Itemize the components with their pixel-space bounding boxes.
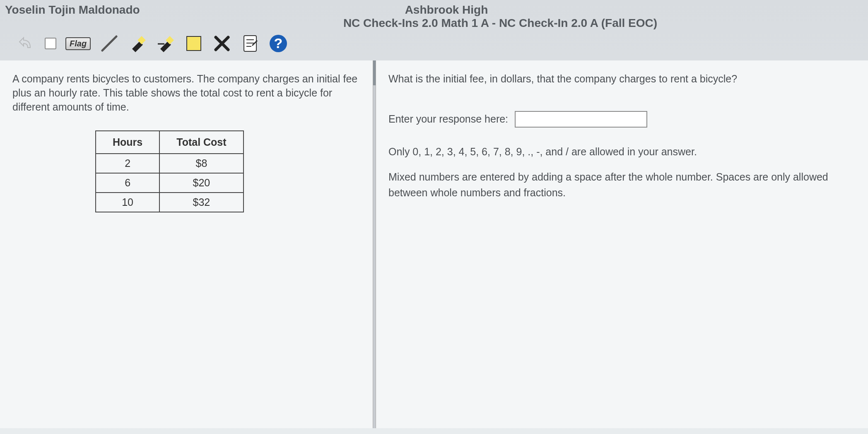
response-label: Enter your response here: <box>388 113 508 125</box>
content-area: A company rents bicycles to customers. T… <box>0 60 868 428</box>
toolbar: Flag ? <box>0 31 868 57</box>
item-checkbox[interactable] <box>45 38 56 49</box>
sticky-note-icon[interactable] <box>184 34 203 53</box>
svg-text:?: ? <box>274 35 283 51</box>
svg-rect-3 <box>187 36 201 51</box>
table-row: 2 $8 <box>96 154 244 173</box>
table-header-row: Hours Total Cost <box>96 131 244 154</box>
highlighter-icon[interactable] <box>128 34 147 53</box>
highlighter-remove-icon[interactable] <box>156 34 175 53</box>
input-hint: Only 0, 1, 2, 3, 4, 5, 6, 7, 8, 9, ., -,… <box>388 144 856 160</box>
panel-divider[interactable] <box>373 60 376 428</box>
undo-icon[interactable] <box>17 34 36 53</box>
flag-button[interactable]: Flag <box>65 37 91 50</box>
help-icon[interactable]: ? <box>269 34 288 53</box>
stimulus-text: A company rents bicycles to customers. T… <box>12 72 360 114</box>
school-name: Ashbrook High <box>405 3 488 17</box>
clear-x-icon[interactable] <box>212 34 231 53</box>
pencil-icon[interactable] <box>100 34 119 53</box>
table-row: 10 $32 <box>96 193 244 212</box>
table-header: Total Cost <box>159 131 243 154</box>
student-name: Yoselin Tojin Maldonado <box>5 3 140 17</box>
stimulus-panel: A company rents bicycles to customers. T… <box>0 60 373 428</box>
header: Yoselin Tojin Maldonado Ashbrook High NC… <box>0 0 868 31</box>
question-panel: What is the initial fee, in dollars, tha… <box>376 60 868 428</box>
response-input[interactable] <box>515 111 647 128</box>
notepad-icon[interactable] <box>241 34 260 53</box>
question-text: What is the initial fee, in dollars, tha… <box>388 72 856 86</box>
data-table: Hours Total Cost 2 $8 6 $20 10 $32 <box>95 130 244 212</box>
table-header: Hours <box>96 131 159 154</box>
input-hint: Mixed numbers are entered by adding a sp… <box>388 169 856 200</box>
table-row: 6 $20 <box>96 173 244 193</box>
assessment-title: NC Check-Ins 2.0 Math 1 A - NC Check-In … <box>5 17 863 30</box>
